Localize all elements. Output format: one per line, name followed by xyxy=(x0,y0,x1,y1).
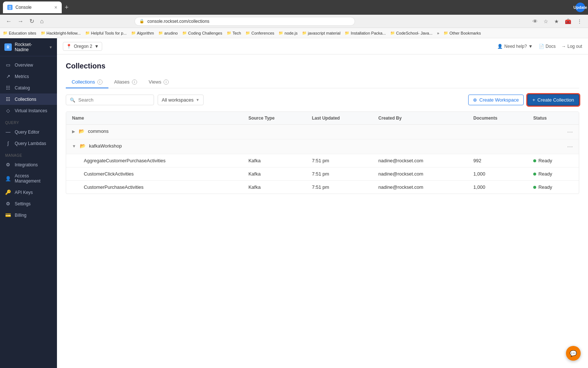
eye-icon[interactable]: 👁 xyxy=(531,18,539,25)
workspace-row-commons[interactable]: ▶ 📂 commons ⋯ xyxy=(66,125,579,139)
sidebar-item-query-lambdas[interactable]: ∫ Query Lambdas xyxy=(0,138,57,149)
tab-collections[interactable]: Collections i xyxy=(66,76,108,88)
workspace-commons-actions-icon[interactable]: ⋯ xyxy=(567,128,573,135)
workspace-dropdown[interactable]: All workspaces ▼ xyxy=(158,95,204,105)
collection-name: CustomerPurchaseActivities xyxy=(66,181,243,194)
bookmark-label: Hackbright-fellow... xyxy=(47,31,81,35)
bookmark-conferences[interactable]: 📁 Conferences xyxy=(245,31,274,35)
bookmarks-bar: 📁 Education sites 📁 Hackbright-fellow...… xyxy=(0,28,588,38)
sidebar-item-catalog[interactable]: ☷ Catalog xyxy=(0,82,57,93)
bookmark-arudino[interactable]: 📁 arudino xyxy=(158,31,178,35)
chat-button[interactable]: 💬 xyxy=(566,346,581,361)
virtual-instances-icon: ◇ xyxy=(5,108,11,113)
sidebar-item-metrics[interactable]: ↗ Metrics xyxy=(0,71,57,82)
bookmark-coding[interactable]: 📁 Coding Challenges xyxy=(182,31,222,35)
bookmark-education[interactable]: 📁 Education sites xyxy=(3,31,36,35)
sidebar-item-integrations[interactable]: ⚙ Integrations xyxy=(0,159,57,170)
region-selector[interactable]: 📍 Oregon 2 ▼ xyxy=(63,42,102,51)
sidebar-item-label: Settings xyxy=(15,201,31,206)
workspace-row-kafkaworkshop[interactable]: ▼ 📂 kafkaWorkshop ⋯ xyxy=(66,139,579,154)
collection-last-updated: 7:51 pm xyxy=(306,167,373,181)
bookmark-installation[interactable]: 📁 Installation Packa... xyxy=(345,31,386,35)
bookmark-more[interactable]: » xyxy=(437,31,439,35)
help-button[interactable]: 👤 Need help? ▼ xyxy=(497,44,533,49)
home-button[interactable]: ⌂ xyxy=(39,17,45,26)
bookmark-hackbright[interactable]: 📁 Hackbright-fellow... xyxy=(41,31,81,35)
docs-button[interactable]: 📄 Docs xyxy=(539,44,556,49)
create-collection-button[interactable]: + Create Collection xyxy=(527,94,579,106)
tab-views-info-icon: i xyxy=(164,79,169,85)
query-section-label: Query xyxy=(0,116,57,126)
workspace-dropdown-arrow-icon: ▼ xyxy=(196,98,200,102)
sidebar-item-access-management[interactable]: 👤 Access Management xyxy=(0,170,57,187)
update-button[interactable]: Update xyxy=(576,3,585,12)
bookmark-codeschool[interactable]: 📁 CodeSchool- Java... xyxy=(390,31,433,35)
bookmark-label: Other Bookmarks xyxy=(449,31,481,35)
top-nav-right: 👤 Need help? ▼ 📄 Docs → Log out xyxy=(497,44,582,49)
collections-icon: ☷ xyxy=(5,96,11,102)
sidebar-item-settings[interactable]: ⚙ Settings xyxy=(0,198,57,209)
extensions-icon[interactable]: 🧰 xyxy=(563,18,573,25)
table-row[interactable]: CustomerPurchaseActivities Kafka 7:51 pm… xyxy=(66,181,579,194)
bookmark-folder-icon: 📁 xyxy=(302,31,306,35)
sidebar-item-query-editor[interactable]: — Query Editor xyxy=(0,126,57,138)
bookmark-label: Installation Packa... xyxy=(351,31,386,35)
address-bar[interactable]: 🔒 console.rockset.com/collections xyxy=(135,17,355,26)
tab-views-label: Views xyxy=(149,79,161,85)
collection-documents: 1,000 xyxy=(467,167,527,181)
star-icon[interactable]: ★ xyxy=(553,18,560,25)
back-button[interactable]: ← xyxy=(4,17,13,26)
tab-close-icon[interactable]: × xyxy=(54,4,57,10)
table-row[interactable]: CustomerClickActivities Kafka 7:51 pm na… xyxy=(66,167,579,181)
help-chevron-icon: ▼ xyxy=(528,44,533,49)
logout-button[interactable]: → Log out xyxy=(562,44,582,49)
sidebar-item-label: Virtual Instances xyxy=(15,108,47,113)
menu-icon[interactable]: ⋮ xyxy=(576,18,584,25)
table-row[interactable]: AggregateCustomerPurchaseActivities Kafk… xyxy=(66,154,579,167)
create-workspace-button[interactable]: ⊕ Create Workspace xyxy=(468,95,523,105)
reload-button[interactable]: ↻ xyxy=(28,16,36,26)
forward-button[interactable]: → xyxy=(16,17,25,26)
bookmark-folder-icon: 📁 xyxy=(345,31,349,35)
sidebar-item-collections[interactable]: ☷ Collections xyxy=(0,93,57,105)
bookmark-nodejs[interactable]: 📁 node.js xyxy=(279,31,297,35)
bookmark-folder-icon: 📁 xyxy=(85,31,90,35)
tabs: Collections i Aliases i Views i xyxy=(66,76,579,88)
workspace-kafkaworkshop-actions-icon[interactable]: ⋯ xyxy=(567,143,573,150)
bookmark-folder-icon: 📁 xyxy=(279,31,283,35)
browser-tab[interactable]: [] Console × xyxy=(3,1,62,13)
expand-commons-icon[interactable]: ▶ xyxy=(72,129,75,134)
browser-nav-bar: ← → ↻ ⌂ 🔒 console.rockset.com/collection… xyxy=(0,15,588,28)
tab-aliases[interactable]: Aliases i xyxy=(108,76,143,88)
col-created-by: Created By xyxy=(373,112,467,125)
search-field[interactable]: 🔍 xyxy=(66,95,154,105)
help-label: Need help? xyxy=(504,44,527,49)
table-header: Name Source Type Last Updated Created By… xyxy=(66,112,579,125)
bookmark-javascript[interactable]: 📁 javascript material xyxy=(302,31,341,35)
sidebar-item-overview[interactable]: ▭ Overview xyxy=(0,59,57,71)
bookmark-algorithm[interactable]: 📁 Algorithm xyxy=(131,31,154,35)
address-text: console.rockset.com/collections xyxy=(147,19,209,24)
bookmark-label: Conferences xyxy=(251,31,274,35)
bookmark-other[interactable]: 📁 Other Bookmarks xyxy=(444,31,481,35)
sidebar-item-virtual-instances[interactable]: ◇ Virtual Instances xyxy=(0,105,57,116)
top-nav: 📍 Oregon 2 ▼ 👤 Need help? ▼ 📄 Docs → Log… xyxy=(57,38,588,54)
query-lambdas-icon: ∫ xyxy=(5,141,11,146)
bookmark-label: Tech xyxy=(233,31,241,35)
sidebar-item-label: Collections xyxy=(15,97,36,102)
collection-created-by: nadine@rockset.com xyxy=(373,167,467,181)
sidebar-nav: ▭ Overview ↗ Metrics ☷ Catalog ☷ Collect… xyxy=(0,56,57,368)
metrics-icon: ↗ xyxy=(5,74,11,79)
sidebar-item-api-keys[interactable]: 🔑 API Keys xyxy=(0,187,57,198)
new-tab-button[interactable]: + xyxy=(65,4,69,11)
workspace-cell-kafkaworkshop: ▼ 📂 kafkaWorkshop ⋯ xyxy=(66,139,579,154)
search-input[interactable] xyxy=(78,97,150,103)
bookmark-tech[interactable]: 📁 Tech xyxy=(227,31,241,35)
expand-kafkaworkshop-icon[interactable]: ▼ xyxy=(72,144,76,148)
browser-toolbar-icons: 👁 ☆ ★ 🧰 ⋮ xyxy=(531,18,584,25)
bookmark-icon[interactable]: ☆ xyxy=(542,18,550,25)
sidebar-header[interactable]: R Rockset-Nadine ▼ xyxy=(0,38,57,56)
tab-views[interactable]: Views i xyxy=(143,76,175,88)
sidebar-item-billing[interactable]: 💳 Billing xyxy=(0,209,57,221)
bookmark-helpful[interactable]: 📁 Helpful Tools for p... xyxy=(85,31,127,35)
